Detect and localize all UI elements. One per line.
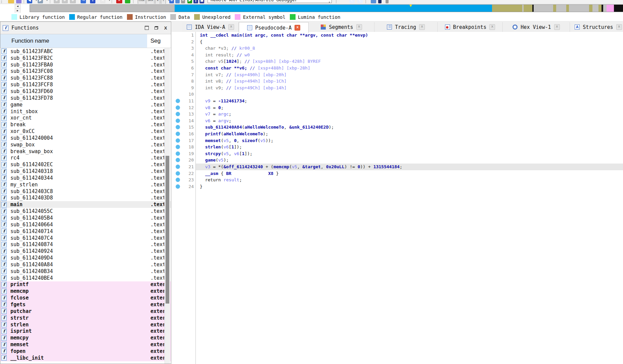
pseudocode-view[interactable]: 1int __cdecl main(int argc, const char *… <box>172 32 623 364</box>
jump-function-icon[interactable]: # <box>70 0 76 3</box>
save-icon[interactable] <box>16 0 21 3</box>
run-icon[interactable]: ▶ <box>187 0 192 3</box>
function-row[interactable]: fsub_6114240BE4.text <box>0 275 171 281</box>
function-row[interactable]: fsub_611423FC88.text <box>0 75 171 81</box>
navband-right-button[interactable]: ▶ <box>15 8 20 13</box>
maximize-button[interactable] <box>144 26 149 31</box>
code-line-6[interactable]: 6 const char **v6; // [xsp+488h] [xbp-28… <box>172 65 623 72</box>
tab-close-icon[interactable]: X <box>554 24 560 30</box>
code-line-22[interactable]: 22 __asm { BR X8 } <box>172 170 623 177</box>
float-button[interactable] <box>153 26 159 31</box>
undefine-icon[interactable]: ✕ <box>116 0 122 3</box>
function-row[interactable]: fbreak_swap_box.text <box>0 148 171 155</box>
code-line-17[interactable]: 17 memset(v5, 0, sizeof(v5)); <box>172 137 623 144</box>
debugger-selector[interactable]: Remote ARM Linux/Android debugger ▾ <box>208 0 332 3</box>
code-line-12[interactable]: 12 v8 = 0; <box>172 104 623 111</box>
function-row[interactable]: fsub_6114240004.text <box>0 135 171 141</box>
function-row[interactable]: fgame.text <box>0 101 171 108</box>
code-badge-icon[interactable]: CODE <box>138 0 146 4</box>
tab-close-icon[interactable]: X <box>295 25 300 31</box>
function-row[interactable]: fsub_6114240924.text <box>0 248 171 255</box>
tab-breakpoints[interactable]: BreakpointsX <box>438 22 503 32</box>
code-line-23[interactable]: 23 return result; <box>172 177 623 183</box>
functions-scrollbar-thumb[interactable] <box>166 156 169 304</box>
code-line-4[interactable]: 4 int result; // w0 <box>172 52 623 58</box>
code-line-24[interactable]: 24} <box>172 183 623 190</box>
function-row[interactable]: fsub_6114240714.text <box>0 228 171 235</box>
ascii-badge-icon[interactable]: A <box>155 0 160 4</box>
code-line-20[interactable]: 20 game(v5); <box>172 157 623 164</box>
code-line-5[interactable]: 5 char v5[1024]; // [xsp+88h] [xbp-428h]… <box>172 58 623 65</box>
function-row[interactable]: fprintfextern <box>0 281 171 288</box>
function-row[interactable]: fsub_61142407C4.text <box>0 235 171 241</box>
function-row[interactable]: fmemsetextern <box>0 341 171 348</box>
function-row[interactable]: fstrstrextern <box>0 315 171 321</box>
close-x-icon[interactable]: ✕ <box>181 0 185 3</box>
code-line-13[interactable]: 13 v7 = argc; <box>172 111 623 118</box>
function-row[interactable]: fsub_61142403D8.text <box>0 195 171 201</box>
tab-close-icon[interactable]: X <box>356 24 362 30</box>
snowflake-icon[interactable]: ✻ <box>169 0 174 3</box>
function-row[interactable]: fsub_6114240B34.text <box>0 268 171 275</box>
functions-scrollbar[interactable] <box>165 48 170 364</box>
column-header-segment[interactable]: Seg <box>147 34 171 48</box>
function-row[interactable]: fsub_6114240344.text <box>0 175 171 181</box>
tab-structures[interactable]: StructuresX <box>570 22 623 32</box>
function-row[interactable]: fsub_61142403C8.text <box>0 188 171 195</box>
function-row[interactable]: fsub_611423FCF8.text <box>0 81 171 88</box>
step-over-icon[interactable]: C <box>357 0 363 3</box>
tab-close-icon[interactable]: X <box>489 24 495 30</box>
code-line-10[interactable]: 10 <box>172 91 623 98</box>
image-icon[interactable] <box>175 0 180 3</box>
navigate-forward-icon[interactable]: ▶ <box>38 0 43 3</box>
function-row[interactable]: fsub_611423FD60.text <box>0 88 171 95</box>
function-row[interactable]: fsub_611424055C.text <box>0 208 171 215</box>
string-badge-icon[interactable]: s <box>161 0 166 4</box>
function-row[interactable]: fxor_0xCC.text <box>0 128 171 135</box>
function-row[interactable]: fsub_611423FB2C.text <box>0 55 171 61</box>
jump-next-icon[interactable]: → <box>81 0 86 3</box>
code-line-3[interactable]: 3 char *v3; // kr00_8 <box>172 45 623 52</box>
code-line-11[interactable]: 11 v9 = -112461734; <box>172 98 623 104</box>
function-row[interactable]: fsub_6114240874.text <box>0 241 171 248</box>
function-row[interactable]: fsub_611423FABC.text <box>0 48 171 55</box>
make-code-ok-icon[interactable] <box>125 0 130 3</box>
function-row[interactable]: fxor_cnt.text <box>0 115 171 121</box>
code-line-21[interactable]: 21 v3 = *(&off_6114243240 + (memcmp(v5, … <box>172 164 623 170</box>
function-row[interactable]: fsub_611423FC08.text <box>0 68 171 75</box>
function-row[interactable]: fmain.text <box>0 201 171 208</box>
code-line-7[interactable]: 7 int v7; // [xsp+490h] [xbp-20h] <box>172 72 623 78</box>
function-row[interactable]: fsub_6114240A84.text <box>0 261 171 268</box>
detach-icon[interactable] <box>386 0 389 3</box>
jump-address-icon[interactable]: # <box>54 0 60 3</box>
jump-down-icon[interactable]: ↓ <box>90 0 95 3</box>
tab-segments[interactable]: SegmentsX <box>309 22 374 32</box>
code-line-19[interactable]: 19 strcpy(v5, v6[1]); <box>172 150 623 157</box>
function-row[interactable]: f__libc_initextern <box>0 355 171 361</box>
attach-icon[interactable] <box>378 0 382 3</box>
tab-hex-view[interactable]: Hex View-1X <box>503 22 570 32</box>
navigate-back-icon[interactable]: ◀ <box>27 0 32 3</box>
function-row[interactable]: fsub_6114240318.text <box>0 168 171 175</box>
tab-close-icon[interactable]: X <box>616 24 622 30</box>
function-row[interactable]: fsub_61142409D4.text <box>0 255 171 261</box>
tab-close-icon[interactable]: X <box>419 24 425 30</box>
tab-close-icon[interactable]: X <box>228 24 234 30</box>
function-row[interactable]: finit_sbox.text <box>0 108 171 115</box>
function-row[interactable]: fsub_611423FBA0.text <box>0 61 171 68</box>
function-row[interactable]: fsub_61142402EC.text <box>0 161 171 168</box>
forward-dropdown-caret[interactable]: ▾ <box>44 0 50 3</box>
jump-name-icon[interactable]: # <box>62 0 68 3</box>
code-line-2[interactable]: 2{ <box>172 39 623 45</box>
pause-icon[interactable]: ❙ <box>193 0 198 3</box>
code-line-18[interactable]: 18 strlen(v6[1]); <box>172 144 623 150</box>
code-line-15[interactable]: 15 sub_6114240A84(aHelloWelcomeTo, &unk_… <box>172 124 623 131</box>
function-row[interactable]: fmemcmpextern <box>0 288 171 294</box>
function-row[interactable]: fmy_strlen.text <box>0 181 171 188</box>
navigation-band[interactable] <box>30 4 623 12</box>
function-row[interactable]: ffcloseextern <box>0 294 171 301</box>
navband-left-button[interactable]: ◀ <box>15 4 20 9</box>
code-line-14[interactable]: 14 v6 = argv; <box>172 118 623 124</box>
code-line-8[interactable]: 8 int v8; // [xsp+494h] [xbp-1Ch] <box>172 78 623 85</box>
open-folder-icon[interactable] <box>8 0 14 3</box>
